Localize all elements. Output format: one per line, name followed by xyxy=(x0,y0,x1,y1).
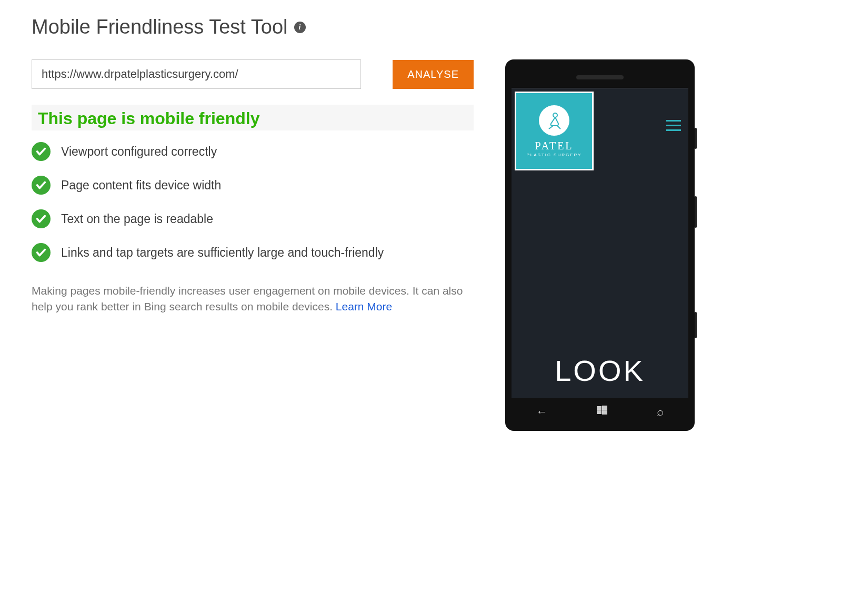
svg-rect-4 xyxy=(602,410,607,415)
phone-nav-bar: ← ⌕ xyxy=(512,398,688,426)
phone-screen: PATEL PLASTIC SURGERY LOOK xyxy=(512,88,688,398)
checkmark-icon xyxy=(32,142,51,161)
hamburger-menu-icon[interactable] xyxy=(666,120,681,131)
phone-side-button xyxy=(695,128,697,149)
svg-rect-3 xyxy=(597,410,602,414)
phone-preview-panel: PATEL PLASTIC SURGERY LOOK ← ⌕ xyxy=(505,59,700,431)
check-label: Links and tap targets are sufficiently l… xyxy=(61,246,384,260)
logo-mark-icon xyxy=(539,105,569,136)
check-item: Page content fits device width xyxy=(32,176,474,195)
svg-point-0 xyxy=(553,113,557,117)
phone-side-button xyxy=(695,196,697,228)
hero-headline: LOOK xyxy=(555,354,645,388)
footer-text-content: Making pages mobile-friendly increases u… xyxy=(32,285,463,312)
check-item: Text on the page is readable xyxy=(32,209,474,228)
url-input[interactable] xyxy=(32,59,361,89)
check-item: Viewport configured correctly xyxy=(32,142,474,161)
page-header: Mobile Friendliness Test Tool i xyxy=(32,16,810,38)
result-heading: This page is mobile friendly xyxy=(38,109,467,128)
brand-subtitle: PLASTIC SURGERY xyxy=(527,153,582,157)
site-logo[interactable]: PATEL PLASTIC SURGERY xyxy=(515,92,594,170)
phone-side-button xyxy=(695,312,697,338)
results-panel: ANALYSE This page is mobile friendly Vie… xyxy=(32,59,474,431)
footer-description: Making pages mobile-friendly increases u… xyxy=(32,283,474,315)
brand-name: PATEL xyxy=(535,140,573,152)
earpiece-icon xyxy=(576,75,624,79)
search-icon[interactable]: ⌕ xyxy=(657,405,664,419)
check-label: Viewport configured correctly xyxy=(61,145,217,159)
phone-earpiece-area xyxy=(512,67,688,88)
learn-more-link[interactable]: Learn More xyxy=(336,300,392,312)
url-form: ANALYSE xyxy=(32,59,474,89)
svg-rect-2 xyxy=(602,406,607,410)
check-label: Text on the page is readable xyxy=(61,212,213,226)
checkmark-icon xyxy=(32,209,51,228)
svg-rect-1 xyxy=(597,406,602,410)
page-title: Mobile Friendliness Test Tool xyxy=(32,16,288,38)
check-item: Links and tap targets are sufficiently l… xyxy=(32,243,474,262)
phone-frame: PATEL PLASTIC SURGERY LOOK ← ⌕ xyxy=(505,59,695,431)
analyse-button[interactable]: ANALYSE xyxy=(393,60,474,89)
windows-icon[interactable] xyxy=(597,405,607,419)
checkmark-icon xyxy=(32,176,51,195)
back-icon[interactable]: ← xyxy=(536,405,548,419)
checkmark-icon xyxy=(32,243,51,262)
result-banner: This page is mobile friendly xyxy=(32,105,474,130)
check-label: Page content fits device width xyxy=(61,178,221,193)
info-icon[interactable]: i xyxy=(294,22,306,33)
